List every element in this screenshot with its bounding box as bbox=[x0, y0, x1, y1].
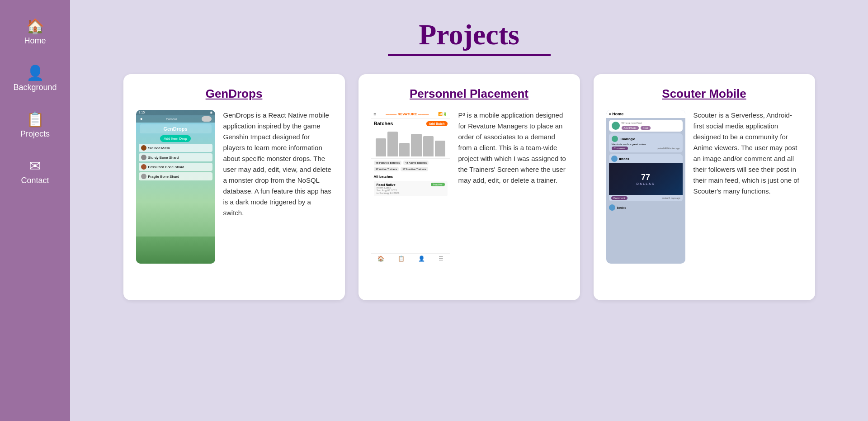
sc-add-photo-btn: Add Photo bbox=[622, 126, 639, 130]
pp-header: ≡ ——— REVATURE ——— 📶🔋 bbox=[371, 110, 450, 119]
mail-icon: ✉ bbox=[29, 159, 41, 173]
personnel-screenshot: ≡ ——— REVATURE ——— 📶🔋 Batches Add Batch bbox=[371, 110, 450, 264]
pp-bottom-nav: 🏠 📋 👤 ☰ bbox=[371, 253, 450, 264]
sidebar-item-label-contact: Contact bbox=[21, 176, 49, 185]
sidebar-item-label-projects: Projects bbox=[20, 129, 50, 139]
sc-post-avatar-2 bbox=[611, 156, 618, 162]
drop-item-1: Stained Mask bbox=[139, 144, 212, 152]
pp-bars-nav-icon: ☰ bbox=[439, 255, 443, 262]
pp-batch-row-1: React Native Inactive Intern Class Sun A… bbox=[374, 181, 448, 196]
gendrops-app-header: ◀ Camera bbox=[136, 115, 215, 123]
sidebar-item-projects[interactable]: 📋 Projects bbox=[0, 102, 70, 149]
sc-user-avatar bbox=[612, 122, 620, 130]
scouter-title[interactable]: Scouter Mobile bbox=[606, 87, 802, 101]
sidebar-item-contact[interactable]: ✉ Contact bbox=[0, 149, 70, 195]
drop-item-3: Fossilized Bone Shard bbox=[139, 163, 212, 171]
projects-cards-row: GenDrops 8:15 ◉ ◀ Camera GenDrops bbox=[97, 74, 841, 300]
sc-comment-btn-2: Comment bbox=[611, 196, 627, 200]
scouter-description: Scouter is a Serverless, Android-first s… bbox=[693, 110, 802, 288]
main-content: Projects GenDrops 8:15 ◉ ◀ Camera bbox=[70, 0, 868, 421]
list-icon: 📋 bbox=[26, 112, 44, 127]
title-underline bbox=[388, 54, 551, 56]
gendrops-screenshot: 8:15 ◉ ◀ Camera GenDrops Add Item Drop bbox=[136, 110, 215, 264]
personnel-card-body: ≡ ——— REVATURE ——— 📶🔋 Batches Add Batch bbox=[371, 110, 567, 288]
sidebar-item-background[interactable]: 👤 Background bbox=[0, 56, 70, 102]
pp-chart bbox=[371, 127, 450, 159]
sc-image-card: lkedos 77 DALLAS Comment posted 1 days bbox=[609, 154, 683, 201]
personnel-description: P³ is a mobile application designed for … bbox=[458, 110, 567, 288]
pp-batches-title: Batches Add Batch bbox=[371, 119, 450, 127]
scouter-card-body: ≡ Home Write a new Post Add Photo Post bbox=[606, 110, 802, 288]
gendrops-description: GenDrops is a React Native mobile applic… bbox=[223, 110, 332, 288]
project-card-gendrops: GenDrops 8:15 ◉ ◀ Camera GenDrops bbox=[123, 74, 345, 300]
drop-item-2: Sturdy Bone Shard bbox=[139, 153, 212, 161]
sc-post-btn: Post bbox=[641, 126, 651, 130]
sidebar-item-label-home: Home bbox=[24, 36, 46, 46]
sc-image-placeholder: 77 DALLAS bbox=[609, 163, 683, 195]
gendrops-mockup: 8:15 ◉ ◀ Camera GenDrops Add Item Drop bbox=[136, 110, 215, 264]
personnel-title[interactable]: Personnel Placement bbox=[371, 87, 567, 101]
sc-post-input: Write a new Post Add Photo Post bbox=[609, 120, 683, 132]
add-item-drop-btn: Add Item Drop bbox=[160, 135, 191, 142]
sc-header: ≡ Home bbox=[606, 110, 685, 118]
project-card-personnel: Personnel Placement ≡ ——— REVATURE ——— 📶… bbox=[359, 74, 580, 300]
home-icon: 🏠 bbox=[26, 19, 44, 33]
sc-lkedos-avatar-row: lkedos bbox=[606, 203, 685, 212]
sc-post-card-1: lukamagic Naruto is such a great anime C… bbox=[609, 133, 683, 152]
gendrops-card-body: 8:15 ◉ ◀ Camera GenDrops Add Item Drop bbox=[136, 110, 332, 288]
sidebar-item-label-background: Background bbox=[13, 83, 57, 92]
scouter-screenshot: ≡ Home Write a new Post Add Photo Post bbox=[606, 110, 685, 264]
gendrops-title[interactable]: GenDrops bbox=[136, 87, 332, 101]
scouter-mockup: ≡ Home Write a new Post Add Photo Post bbox=[606, 110, 685, 264]
sidebar: 🏠 Home 👤 Background 📋 Projects ✉ Contact bbox=[0, 0, 70, 421]
pp-list-nav-icon: 📋 bbox=[398, 255, 405, 262]
drop-item-4: Fragile Bone Shard bbox=[139, 172, 212, 180]
person-icon: 👤 bbox=[26, 66, 44, 80]
project-card-scouter: Scouter Mobile ≡ Home Write a new Post A… bbox=[594, 74, 815, 300]
sc-comment-btn-1: Comment bbox=[612, 147, 628, 150]
pp-stats: 48 Planned Batches 48 Active Batches 17 … bbox=[371, 159, 450, 173]
pp-person-nav-icon: 👤 bbox=[418, 255, 425, 262]
pp-all-batches-label: All batches bbox=[371, 173, 450, 180]
pp-add-batch-btn: Add Batch bbox=[426, 121, 448, 126]
sc-avatar-lkedos bbox=[609, 204, 615, 211]
dark-mode-toggle bbox=[202, 116, 212, 122]
sc-post-avatar-1 bbox=[612, 136, 618, 142]
gendrops-status-bar: 8:15 ◉ bbox=[136, 110, 215, 115]
sidebar-item-home[interactable]: 🏠 Home bbox=[0, 9, 70, 56]
personnel-mockup: ≡ ——— REVATURE ——— 📶🔋 Batches Add Batch bbox=[371, 110, 450, 264]
gendrops-landscape bbox=[136, 237, 215, 264]
pp-home-nav-icon: 🏠 bbox=[377, 255, 384, 262]
page-title: Projects bbox=[97, 18, 841, 52]
page-title-container: Projects bbox=[97, 18, 841, 56]
